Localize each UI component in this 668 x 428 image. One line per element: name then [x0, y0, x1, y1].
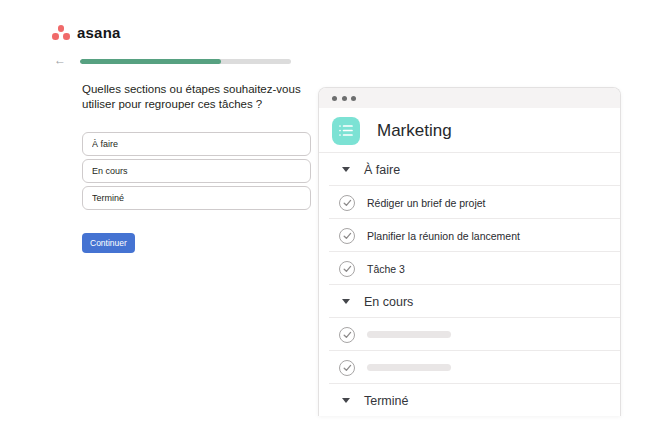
section-input-2[interactable]: [82, 159, 311, 183]
section-label: Terminé: [364, 394, 408, 408]
task-label: Rédiger un brief de projet: [367, 197, 486, 209]
continue-button[interactable]: Continuer: [82, 233, 135, 253]
section-input-3[interactable]: [82, 186, 311, 210]
section-inputs: [82, 132, 311, 213]
section-label: À faire: [364, 163, 400, 177]
project-title: Marketing: [377, 121, 452, 141]
onboarding-page: asana ← Quelles sections ou étapes souha…: [0, 0, 668, 428]
check-circle-icon: [339, 261, 355, 277]
task-placeholder-row: [319, 318, 620, 351]
task-label: Planifier la réunion de lancement: [367, 230, 520, 242]
check-circle-icon: [339, 228, 355, 244]
task-placeholder-row: [319, 351, 620, 384]
task-skeleton-bar: [367, 364, 451, 371]
project-preview-window: Marketing À faire Rédiger un brief de pr…: [318, 87, 621, 416]
asana-logo: asana: [52, 24, 121, 41]
chevron-down-icon: [342, 167, 350, 172]
section-row: En cours: [319, 285, 620, 318]
window-control-dot: [342, 96, 347, 101]
question-text: Quelles sections ou étapes souhaitez-vou…: [82, 82, 314, 112]
task-skeleton-bar: [367, 331, 451, 338]
window-titlebar: [319, 88, 620, 108]
section-row: À faire: [319, 153, 620, 186]
section-input-1[interactable]: [82, 132, 311, 156]
task-row: Tâche 3: [319, 252, 620, 285]
asana-logo-wordmark: asana: [77, 24, 121, 41]
task-row: Rédiger un brief de projet: [319, 186, 620, 219]
list-icon: [332, 117, 360, 145]
chevron-down-icon: [342, 398, 350, 403]
task-row: Planifier la réunion de lancement: [319, 219, 620, 252]
check-circle-icon: [339, 360, 355, 376]
window-control-dot: [351, 96, 356, 101]
project-header: Marketing: [319, 108, 620, 153]
chevron-down-icon: [342, 299, 350, 304]
window-control-dot: [332, 96, 337, 101]
progress-bar-fill: [80, 59, 221, 64]
progress-bar: [80, 59, 291, 64]
section-row: Terminé: [319, 384, 620, 416]
back-arrow-icon[interactable]: ←: [54, 54, 66, 66]
section-label: En cours: [364, 295, 413, 309]
asana-logo-icon: [52, 25, 70, 40]
task-label: Tâche 3: [367, 263, 405, 275]
check-circle-icon: [339, 195, 355, 211]
check-circle-icon: [339, 327, 355, 343]
